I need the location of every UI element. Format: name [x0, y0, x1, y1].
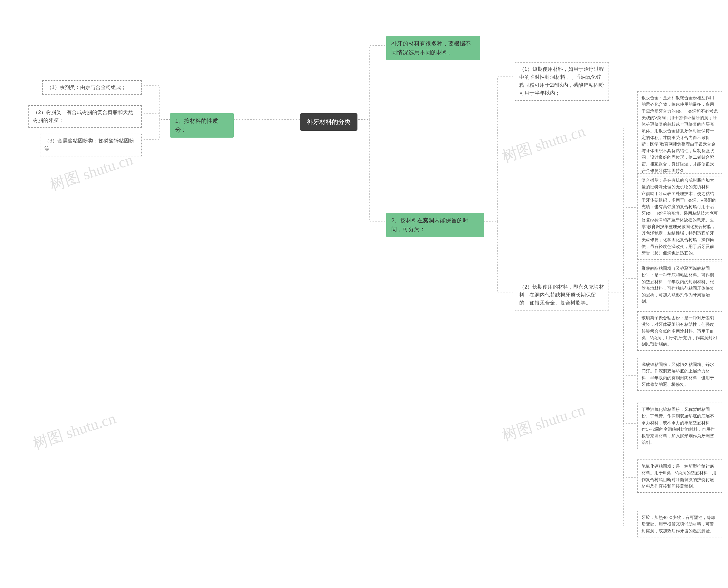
watermark: 树图 shutu.cn — [499, 399, 588, 446]
detail-5: 磷酸锌粘固粉：又称恒久粘固粉、锌水门汀。作深洞双层垫底的上层承力材料，半年以内的… — [637, 358, 722, 391]
detail-1: 银汞合金：是汞和银锡合金粉相互作用的汞齐化合物，临床使用的最多，多用于需承受牙合… — [637, 91, 722, 177]
intro-node: 补牙的材料有很多种，要根据不同情况选用不同的材料。 — [386, 36, 480, 60]
detail-2: 复合树脂：是在有机的合成树脂内加大量的经特殊处理的无机物的充填材料，它借助于牙齿… — [637, 173, 722, 259]
left-leaf-2: （2）树脂类：有合成树脂的复合树脂和天然树脂的牙胶； — [28, 105, 142, 128]
right-sub-1: （1）短期使用材料，如用于治疗过程中的临时性封洞材料，丁香油氧化锌粘固粉可用于2… — [515, 62, 609, 101]
detail-3: 聚羧酸酯粘固粉（又称聚丙烯酸粘固粉）：是一种垫底和粘固材料。可作洞的垫底材料、半… — [637, 261, 722, 308]
detail-8: 牙胶：加热40°C变软，有可塑性，冷却后变硬。用于根管充填辅助材料，可暂封窝洞，… — [637, 511, 722, 538]
detail-6: 丁香油氧化锌粘固粉：又称暂时粘固粉、丁氧膏。作深洞双层垫底的底层不承力材料，或不… — [637, 403, 722, 449]
detail-4: 玻璃离子聚合粘固粉：是一种对牙髓刺激轻，对牙体硬组织有粘结性，但强度较银汞合金低… — [637, 311, 722, 351]
detail-7: 氢氧化钙粘固粉：是一种新型护髓衬底材料。用于III类、V类洞的垫底材料，用作复合… — [637, 460, 722, 493]
watermark: 树图 shutu.cn — [499, 121, 588, 167]
left-leaf-1: （1）汞剂类：由汞与合金粉组成； — [42, 80, 142, 95]
left-branch-node: 1、按材料的性质分： — [170, 113, 234, 138]
watermark: 树图 shutu.cn — [30, 408, 119, 454]
root-node: 补牙材料的分类 — [300, 113, 357, 131]
right-sub-2: （2）长期使用的材料，即永久充填材料，在洞内代替缺损牙质长期保留的，如银汞合金、… — [515, 280, 609, 311]
right-branch-node: 2、按材料在窝洞内能保留的时间，可分为： — [386, 213, 484, 237]
left-leaf-3: （3）金属盐粘固粉类：如磷酸锌粘固粉等。 — [40, 134, 142, 156]
